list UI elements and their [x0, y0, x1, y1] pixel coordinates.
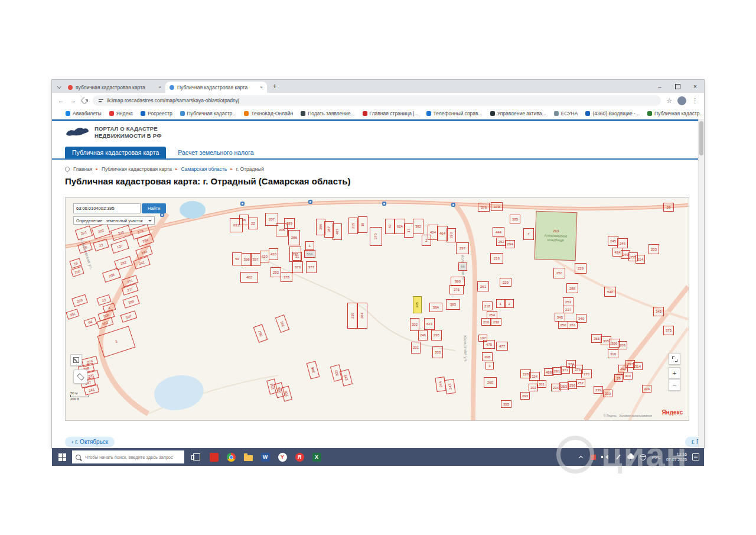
breadcrumb-item[interactable]: г. Отрадный	[236, 166, 264, 172]
parcel-301[interactable]: 301	[537, 380, 546, 388]
bookmark-star-icon[interactable]: ☆	[666, 97, 672, 105]
back-icon[interactable]: ←	[58, 97, 64, 104]
parcel-382[interactable]: 382	[413, 219, 423, 234]
parcel-297[interactable]: 297	[456, 242, 469, 254]
parcel-385[interactable]: 385	[510, 215, 520, 223]
parcel-1[interactable]: 1	[305, 241, 314, 250]
bookmark-item[interactable]: Телефонный справ...	[426, 111, 483, 116]
parcel-355[interactable]: 355	[501, 400, 511, 408]
parcel-38А[interactable]: 38А	[429, 303, 442, 312]
app-red-icon[interactable]	[208, 452, 219, 462]
bookmark-item[interactable]: Публичная кадастр...	[180, 111, 237, 116]
parcel-46[interactable]: 46	[239, 215, 249, 225]
file-explorer-icon[interactable]	[243, 452, 253, 462]
parcel-407[interactable]: 407	[333, 223, 342, 240]
layers-button[interactable]	[73, 369, 87, 384]
parcel-286[interactable]: 286	[288, 230, 300, 245]
parcel-314[interactable]: 314	[633, 362, 643, 370]
parcel-59[interactable]: 59	[232, 252, 242, 265]
object-type-select[interactable]: Определение: земельный участок	[73, 216, 155, 225]
network-icon[interactable]	[640, 453, 647, 461]
prev-city-link[interactable]: ‹ г. Октябрьск	[65, 437, 115, 447]
excel-icon[interactable]: X	[311, 452, 322, 462]
parcel-230[interactable]: 230	[491, 318, 501, 326]
new-tab-button[interactable]: +	[269, 81, 280, 92]
parcel-330[interactable]: 330	[603, 390, 612, 397]
parcel-2[interactable]: 2	[422, 235, 431, 246]
parcel-229[interactable]: 229	[500, 278, 511, 287]
parcel-293[interactable]: 293	[520, 392, 530, 400]
parcel-334[interactable]: 334	[642, 385, 651, 393]
parcel-17[interactable]: 17	[404, 223, 413, 238]
parcel-22[interactable]: 22	[248, 218, 258, 229]
parcel-210[interactable]: 210	[481, 318, 491, 326]
parcel-294[interactable]: 294	[505, 240, 515, 248]
task-view-icon[interactable]	[191, 452, 202, 462]
parcel-260[interactable]: 260	[484, 377, 497, 388]
parcel-256[interactable]: 256	[568, 381, 577, 389]
taskbar-search-input[interactable]	[84, 454, 181, 461]
parcel-540[interactable]: 540	[604, 287, 616, 297]
zoom-out-button[interactable]: −	[669, 379, 680, 391]
parcel-234[interactable]: 234	[551, 384, 561, 391]
chrome-icon[interactable]	[226, 452, 236, 462]
parcel-246[interactable]: 246	[418, 330, 428, 341]
minimize-button[interactable]: –	[651, 80, 669, 93]
yandex-logo[interactable]: Яндекс	[662, 409, 683, 416]
bookmark-item[interactable]: Росреестр	[141, 111, 172, 116]
tab-close-icon[interactable]: ×	[260, 85, 263, 90]
cemetery-area[interactable]: 263 Алексеевское кладбище	[535, 211, 578, 261]
parcel-345[interactable]: 345	[555, 313, 565, 322]
parcel-261[interactable]: 261	[477, 281, 489, 291]
fullscreen-button[interactable]	[669, 353, 680, 365]
parcel-620[interactable]: 620	[260, 251, 269, 262]
parcel-214[interactable]: 214	[636, 255, 645, 264]
cadastral-search-input[interactable]	[73, 203, 141, 213]
bookmark-item[interactable]: Управление актива...	[490, 111, 546, 116]
parcel-302[interactable]: 302	[529, 384, 538, 391]
parcel-208[interactable]: 208	[482, 352, 493, 361]
recording-icon[interactable]	[590, 453, 597, 461]
taskbar-search[interactable]	[72, 450, 184, 463]
parcel-345[interactable]: 345	[653, 307, 664, 316]
parcel-246[interactable]: 246	[617, 238, 628, 248]
parcel-31[interactable]: 31	[292, 252, 302, 261]
close-button[interactable]: ×	[686, 80, 704, 93]
cadastral-map[interactable]: 263 Алексеевское кладбище Алексеевская у…	[65, 197, 689, 421]
parcel-289[interactable]: 289	[284, 218, 295, 229]
onedrive-icon[interactable]	[627, 453, 634, 461]
address-bar[interactable]: ik3map.roscadastres.com/map/samarskaya-o…	[93, 95, 661, 106]
page-scrollbar[interactable]	[698, 119, 704, 449]
parcel-420[interactable]: 420	[269, 248, 278, 260]
parcel-3[interactable]: 3	[485, 362, 494, 369]
parcel-340[interactable]: 340	[576, 314, 586, 323]
parcel-239[interactable]: 239	[594, 386, 603, 394]
parcel-250[interactable]: 250	[558, 321, 568, 329]
parcel-1[interactable]: 1	[496, 299, 505, 308]
action-center-icon[interactable]	[692, 453, 699, 461]
parcel-378[interactable]: 378	[281, 272, 292, 282]
maximize-button[interactable]	[669, 80, 686, 93]
parcel-218[interactable]: 218	[482, 301, 493, 310]
tab-public-cadastral-map[interactable]: Публичная кадастровая карта	[65, 147, 166, 158]
parcel-395[interactable]: 395	[413, 296, 422, 313]
parcel-2[interactable]: 2	[505, 299, 514, 308]
parcel-370[interactable]: 370	[581, 369, 592, 378]
breadcrumb-item[interactable]: Главная	[73, 166, 92, 172]
parcel-397[interactable]: 397	[250, 253, 260, 266]
site-info-icon[interactable]	[99, 99, 103, 102]
parcel-250[interactable]: 250	[553, 268, 565, 278]
parcel-204[interactable]: 204	[357, 303, 367, 329]
parcel-66[interactable]: 66	[458, 262, 467, 271]
parcel-257[interactable]: 257	[576, 379, 585, 387]
parcel-375[interactable]: 375	[449, 285, 464, 294]
parcel-374[interactable]: 374	[566, 360, 576, 368]
bookmark-item[interactable]: ТехноКад-Онлайн	[244, 111, 293, 116]
parcel-223[interactable]: 223	[447, 228, 456, 242]
browser-tab[interactable]: публичная кадастровая карта×	[64, 82, 165, 93]
parcel-203[interactable]: 203	[432, 346, 443, 358]
start-button[interactable]	[52, 448, 72, 466]
parcel-253[interactable]: 253	[563, 297, 573, 306]
bookmark-item[interactable]: Главная страница |...	[363, 111, 419, 116]
yandex-browser-icon[interactable]: Y	[277, 452, 288, 462]
